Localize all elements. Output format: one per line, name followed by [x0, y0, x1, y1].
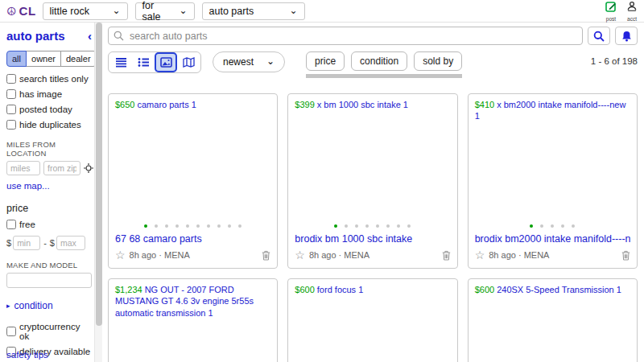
- make-model-input[interactable]: [6, 273, 92, 288]
- listing-card[interactable]: $399x bm 1000 sbc intake 1 brodix bm 100…: [287, 93, 457, 269]
- listing-card[interactable]: $1,234NG OUT - 2007 FORD MUSTANG GT 4.6 …: [108, 278, 278, 362]
- price-section-label: price: [6, 203, 92, 214]
- chevron-down-icon: ⌄: [113, 8, 121, 14]
- carousel-dots[interactable]: [295, 224, 450, 228]
- tab-all[interactable]: all: [6, 51, 27, 67]
- logo-text: CL: [19, 4, 36, 18]
- checkbox-search-titles-only[interactable]: search titles only: [6, 74, 92, 84]
- price-label: $650: [115, 100, 134, 109]
- condition-expander[interactable]: ▸ condition: [6, 300, 92, 311]
- card-top-title: $600ford focus 1: [295, 284, 450, 295]
- card-top-title: $600240SX 5-Speed Transmission 1: [475, 284, 630, 295]
- checkbox-free[interactable]: free: [6, 220, 92, 229]
- sort-dropdown[interactable]: newest ⌄: [213, 51, 285, 72]
- detailed-list-view-button[interactable]: [132, 52, 155, 72]
- from-zip-input[interactable]: [43, 161, 80, 175]
- cryptocurrency-ok-checkbox[interactable]: [6, 327, 16, 336]
- free-checkbox[interactable]: [6, 220, 16, 229]
- price-label: $1,234: [115, 285, 142, 294]
- hide-trash-icon[interactable]: [621, 250, 630, 261]
- collapse-sidebar-icon[interactable]: ‹: [88, 29, 92, 43]
- category-dropdown-label: for sale: [142, 0, 171, 23]
- craigslist-logo[interactable]: ☮ CL: [6, 4, 36, 18]
- hide-duplicates-checkbox[interactable]: [6, 120, 16, 130]
- use-map-link[interactable]: use map...: [6, 181, 50, 191]
- checkbox-posted-today[interactable]: posted today: [6, 105, 92, 114]
- card-top-title: $650camaro parts 1: [115, 99, 270, 110]
- favorite-star-icon[interactable]: ☆: [115, 249, 126, 261]
- gallery-view-button[interactable]: [155, 52, 177, 72]
- price-label: $600: [475, 285, 494, 294]
- favorite-star-icon[interactable]: ☆: [475, 249, 485, 261]
- price-range-dash: -: [43, 238, 47, 248]
- location-dropdown[interactable]: little rock ⌄: [43, 2, 128, 20]
- account-button[interactable]: acct: [626, 1, 638, 22]
- search-input[interactable]: [108, 27, 583, 45]
- result-count: 1 - 6 of 198: [591, 51, 638, 66]
- map-view-button[interactable]: [177, 52, 200, 72]
- checkbox-has-image[interactable]: has image: [6, 89, 92, 99]
- tab-owner[interactable]: owner: [26, 51, 61, 67]
- listing-card[interactable]: $410x bm2000 intake manifold----new 1 br…: [468, 93, 638, 269]
- post-button[interactable]: post: [605, 1, 617, 22]
- price-max-input[interactable]: [56, 236, 85, 250]
- results-main: newest ⌄ price condition sold by 1 - 6 o…: [103, 23, 644, 362]
- search-icon: [593, 31, 605, 42]
- price-min-input[interactable]: [13, 236, 40, 250]
- map-view-icon: [183, 57, 195, 68]
- filter-chips-scrollbar[interactable]: [306, 74, 462, 78]
- checkbox-hide-duplicates[interactable]: hide duplicates: [6, 120, 92, 130]
- posted-today-checkbox[interactable]: [6, 105, 16, 114]
- filter-chip-condition[interactable]: condition: [351, 51, 407, 71]
- save-search-alert-button[interactable]: [615, 27, 638, 45]
- subcategory-dropdown-label: auto parts: [209, 6, 254, 17]
- carousel-dots[interactable]: [475, 224, 630, 228]
- carousel-dots[interactable]: [115, 224, 270, 228]
- miles-input[interactable]: [6, 161, 40, 175]
- locate-crosshair-icon[interactable]: [84, 163, 93, 173]
- chevron-down-icon: ⌄: [290, 8, 298, 14]
- filter-chip-sold-by[interactable]: sold by: [414, 51, 462, 71]
- listing-card[interactable]: $650camaro parts 1 67 68 camaro parts ☆ …: [108, 93, 278, 269]
- account-person-icon: [626, 1, 638, 15]
- card-top-title: $399x bm 1000 sbc intake 1: [295, 99, 450, 110]
- miles-from-location-label: MILES FROM LOCATION: [6, 140, 92, 158]
- make-model-label: MAKE AND MODEL: [6, 261, 92, 269]
- category-dropdown[interactable]: for sale ⌄: [135, 2, 195, 20]
- chevron-down-icon: ⌄: [266, 59, 275, 64]
- gallery-grid: $650camaro parts 1 67 68 camaro parts ☆ …: [108, 93, 638, 362]
- chevron-down-icon: ⌄: [180, 8, 188, 14]
- listing-title-link[interactable]: brodix bm 1000 sbc intake: [295, 233, 450, 245]
- listing-title-link[interactable]: 67 68 camaro parts: [115, 233, 270, 245]
- top-header: ☮ CL little rock ⌄ for sale ⌄ auto parts…: [0, 0, 644, 23]
- listing-title-link[interactable]: brodix bm2000 intake manifold----new: [475, 233, 630, 245]
- currency-symbol: $: [50, 238, 55, 248]
- listing-meta: 8h ago · MENA: [130, 250, 190, 260]
- card-top-title: $410x bm2000 intake manifold----new 1: [475, 99, 630, 122]
- gallery-view-icon: [160, 57, 172, 68]
- listing-card[interactable]: $600ford focus 1: [287, 278, 457, 362]
- has-image-checkbox[interactable]: [6, 89, 16, 99]
- account-label: acct: [627, 16, 637, 22]
- filter-chip-price[interactable]: price: [306, 51, 345, 71]
- sidebar-title: auto parts: [6, 29, 65, 43]
- search-submit-button[interactable]: [588, 27, 610, 45]
- search-titles-only-checkbox[interactable]: [6, 74, 16, 84]
- subcategory-dropdown[interactable]: auto parts ⌄: [202, 2, 305, 20]
- list-view-button[interactable]: [109, 52, 132, 72]
- hide-trash-icon[interactable]: [442, 250, 451, 261]
- checkbox-cryptocurrency-ok[interactable]: cryptocurrency ok: [6, 322, 92, 341]
- favorite-star-icon[interactable]: ☆: [295, 249, 305, 261]
- filters-sidebar: auto parts ‹ all owner dealer search tit…: [0, 23, 103, 362]
- arrow-right-icon: ▸: [6, 302, 10, 310]
- tab-dealer[interactable]: dealer: [60, 51, 97, 67]
- sidebar-scrollbar-thumb[interactable]: [96, 23, 102, 326]
- sidebar-scrollbar[interactable]: [94, 23, 102, 362]
- safety-tips-link[interactable]: safety tips: [6, 350, 72, 360]
- hide-trash-icon[interactable]: [262, 250, 270, 261]
- detailed-list-view-icon: [138, 57, 150, 68]
- price-label: $399: [295, 100, 314, 109]
- list-view-icon: [115, 57, 127, 68]
- listing-card[interactable]: $600240SX 5-Speed Transmission 1: [468, 278, 638, 362]
- price-label: $410: [475, 100, 494, 109]
